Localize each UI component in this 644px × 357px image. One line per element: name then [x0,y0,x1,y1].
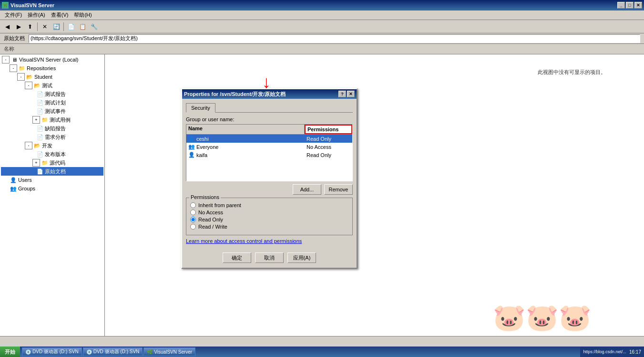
dialog-title-bar: Properties for /svn/Student/开发/原始文档 ? ✕ [182,89,357,99]
taskbar: 开始 💿 DVD 驱动器 (D:) SVN 💿 DVD 驱动器 (D:) SVN… [0,346,644,357]
inherit-radio[interactable] [190,202,196,208]
toolbar-btn-1[interactable]: 📄 [66,21,76,32]
folder-icon: 📁 [41,116,49,124]
sidebar-item-groups[interactable]: 👥 Groups [1,184,103,193]
expand-icon[interactable]: - [25,82,32,89]
sidebar-item-ceshi-baogao[interactable]: 📄 测试报告 [1,90,103,98]
column-header: 名称 [0,44,644,54]
sidebar-item-visualsvn-server[interactable]: - 🖥 VisualSVN Server (Local) [1,55,103,64]
add-button[interactable]: Add... [293,184,321,195]
folder-icon: 📂 [33,142,41,149]
file-icon: 📄 [36,99,44,106]
sidebar-item-quedian-baogao[interactable]: 📄 缺陷报告 [1,124,103,133]
sidebar-item-xuqiu-fenxi[interactable]: 📄 需求分析 [1,133,103,141]
dialog-close-button[interactable]: ✕ [347,91,355,97]
permissions-group-box: Permissions Inherit from parent No Acces… [186,198,353,235]
sidebar-item-ceshi-yongli[interactable]: + 📁 测试用例 [1,116,103,124]
sidebar-item-ceshi[interactable]: - 📂 测试 [1,81,103,90]
sidebar-item-yuandaima[interactable]: + 📁 源代码 [1,158,103,167]
expand-icon[interactable]: - [2,56,10,63]
taskbar-url: https://blog.csdn.net/... [583,349,626,354]
visualsvn-icon: 🌿 [147,349,153,355]
sidebar-item-yuanshi-wendang[interactable]: 📄 原始文档 [1,167,103,176]
dvd1-icon: 💿 [25,349,31,355]
taskbar-items: 💿 DVD 驱动器 (D:) SVN 💿 DVD 驱动器 (D:) SVN 🌿 … [20,347,580,356]
sidebar-item-repositories[interactable]: - 📁 Repositories [1,64,103,73]
toolbar-refresh[interactable]: 🔄 [51,21,61,32]
group-user-section: Group or user name: Name Permissions 👤 c… [186,116,353,181]
toolbar-back[interactable]: ◀ [2,21,12,32]
read-write-radio[interactable] [190,224,196,230]
app-icon: 🌿 [2,2,9,9]
toolbar: ◀ ▶ ⬆ ✕ 🔄 📄 📋 🔧 [0,20,644,33]
sidebar-item-kaifa[interactable]: - 📂 开发 [1,141,103,150]
user-list-header: Name Permissions [186,125,352,135]
sidebar-item-ceshi-jihua[interactable]: 📄 测试计划 [1,98,103,107]
users-icon: 👤 [10,176,17,184]
toolbar-up[interactable]: ⬆ [25,21,35,32]
sidebar-item-student[interactable]: - 📂 Student [1,73,103,81]
sidebar-item-fabu-banben[interactable]: 📄 发布版本 [1,150,103,158]
file-icon: 📄 [36,150,44,158]
tab-content: Group or user name: Name Permissions 👤 c… [186,113,353,250]
minimize-button[interactable]: _ [617,2,625,9]
remove-button[interactable]: Remove [324,184,353,195]
dialog-title-text: Properties for /svn/Student/开发/原始文档 [184,91,286,98]
expand-icon[interactable]: + [32,159,40,167]
menu-action[interactable]: 操作(A) [25,10,48,20]
group-user-label: Group or user name: [186,116,353,122]
tab-security[interactable]: Security [186,103,215,113]
sidebar-item-users[interactable]: 👤 Users [1,176,103,184]
groups-icon: 👥 [10,185,17,192]
toolbar-btn-3[interactable]: 🔧 [89,21,99,32]
expand-icon[interactable]: - [25,142,32,149]
expand-icon[interactable]: - [10,64,17,72]
user-row-kaifa[interactable]: 👤 kaifa Read Only [186,151,352,159]
taskbar-item-visualsvn[interactable]: 🌿 VisualSVN Server [143,347,195,356]
file-icon: 📄 [36,168,44,175]
ok-button[interactable]: 确定 [223,252,251,263]
decoration-animals: 🐷🐷🐷 [493,302,592,333]
title-bar-buttons: _ □ ✕ [617,2,642,9]
tab-strip: Security [186,103,353,113]
start-button[interactable]: 开始 [0,346,20,357]
user-list: Name Permissions 👤 ceshi Read Only [186,124,353,181]
name-column-header: 名称 [4,45,99,52]
toolbar-stop[interactable]: ✕ [40,21,50,32]
apply-button[interactable]: 应用(A) [287,252,316,263]
dialog-title-buttons: ? ✕ [338,91,355,97]
address-input[interactable] [29,34,640,43]
menu-help[interactable]: 帮助(H) [71,10,94,20]
permissions-column[interactable]: Permissions [305,125,352,134]
user-row-ceshi[interactable]: 👤 ceshi Read Only [186,135,352,143]
properties-dialog: Properties for /svn/Student/开发/原始文档 ? ✕ … [181,88,358,269]
server-icon: 🖥 [10,56,18,63]
no-access-radio[interactable] [190,210,196,215]
toolbar-btn-2[interactable]: 📋 [77,21,88,32]
read-only-label: Read Only [198,217,223,222]
cancel-button[interactable]: 取消 [255,252,284,263]
user-row-everyone[interactable]: 👥 Everyone No Access [186,143,352,151]
menu-file[interactable]: 文件(F) [2,10,25,20]
toolbar-forward[interactable]: ▶ [13,21,24,32]
address-label: 原始文档 [4,35,25,42]
name-column[interactable]: Name [186,125,305,134]
read-only-radio[interactable] [190,217,196,222]
taskbar-item-dvd1[interactable]: 💿 DVD 驱动器 (D:) SVN [22,347,82,356]
menu-view[interactable]: 查看(V) [48,10,72,20]
taskbar-item-dvd2[interactable]: 💿 DVD 驱动器 (D:) SVN [83,347,143,356]
file-icon: 📄 [36,133,44,141]
learn-more-link[interactable]: Learn more about access control and perm… [186,238,353,244]
status-bar [0,336,644,346]
sidebar-item-ceshi-shijian[interactable]: 📄 测试事件 [1,107,103,116]
file-icon: 📄 [36,107,44,115]
add-remove-buttons: Add... Remove [186,184,353,195]
inherit-label: Inherit from parent [198,202,241,208]
dialog-help-button[interactable]: ? [338,91,346,97]
expand-icon[interactable]: - [17,73,25,81]
close-button[interactable]: ✕ [634,2,642,9]
read-write-label: Read / Write [198,224,227,230]
expand-icon[interactable]: + [32,116,40,124]
sidebar: - 🖥 VisualSVN Server (Local) - 📁 Reposit… [0,54,105,336]
maximize-button[interactable]: □ [626,2,634,9]
